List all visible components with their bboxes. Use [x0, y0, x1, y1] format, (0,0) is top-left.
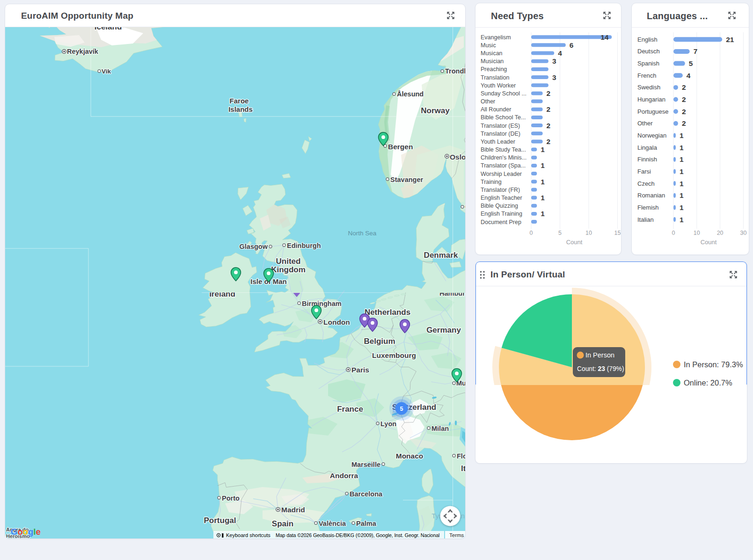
svg-text:Madrid: Madrid — [281, 506, 305, 514]
svg-text:Paris: Paris — [351, 366, 369, 374]
svg-text:Italian: Italian — [637, 216, 654, 223]
svg-text:Porto: Porto — [222, 495, 240, 502]
svg-text:3: 3 — [552, 57, 556, 65]
svg-text:Marseille: Marseille — [351, 461, 380, 468]
svg-text:French: French — [637, 72, 656, 79]
svg-text:2: 2 — [547, 122, 551, 130]
svg-text:United: United — [276, 257, 301, 266]
svg-text:Children's Minis...: Children's Minis... — [481, 154, 526, 161]
svg-text:14: 14 — [600, 33, 609, 41]
svg-text:Bible Study Tea...: Bible Study Tea... — [481, 146, 526, 153]
svg-text:Palma: Palma — [356, 520, 377, 527]
svg-text:Netherlands: Netherlands — [365, 308, 410, 317]
svg-text:Florence: Florence — [457, 452, 466, 460]
svg-text:20: 20 — [717, 230, 724, 236]
svg-text:2: 2 — [682, 119, 686, 127]
svg-text:1: 1 — [680, 155, 684, 163]
svg-text:Swedish: Swedish — [637, 84, 660, 91]
svg-text:Norwegian: Norwegian — [637, 132, 666, 139]
svg-text:5: 5 — [558, 230, 562, 236]
svg-text:Lingala: Lingala — [637, 144, 658, 151]
svg-text:1: 1 — [541, 210, 545, 218]
svg-text:30: 30 — [740, 230, 746, 236]
svg-text:In Person: In Person — [585, 351, 614, 359]
svg-text:Hungarian: Hungarian — [637, 96, 665, 103]
svg-text:Barcelona: Barcelona — [350, 490, 383, 498]
svg-text:2: 2 — [682, 108, 686, 116]
svg-text:Document Prep: Document Prep — [481, 219, 521, 225]
svg-text:Translation: Translation — [481, 74, 509, 81]
svg-text:1: 1 — [680, 144, 684, 152]
svg-text:15: 15 — [614, 230, 621, 236]
svg-text:Deutsch: Deutsch — [637, 48, 660, 55]
svg-text:Glasgow: Glasgow — [240, 243, 268, 250]
svg-text:1: 1 — [680, 180, 684, 188]
svg-text:All Rounder: All Rounder — [481, 106, 511, 113]
svg-text:Bible School Te...: Bible School Te... — [481, 114, 526, 121]
svg-text:Germany: Germany — [426, 326, 461, 335]
svg-text:Andorra: Andorra — [330, 472, 358, 480]
svg-text:5: 5 — [689, 59, 693, 67]
svg-text:Ålesund: Ålesund — [397, 90, 424, 98]
svg-text:Göteborg: Göteborg — [465, 203, 466, 211]
svg-text:Translator (ES): Translator (ES) — [481, 123, 520, 129]
svg-text:Terms: Terms — [449, 532, 464, 538]
svg-text:Iceland: Iceland — [95, 27, 122, 31]
svg-text:Milan: Milan — [431, 425, 449, 432]
svg-text:Worship Leader: Worship Leader — [481, 171, 522, 177]
svg-text:2: 2 — [682, 83, 686, 91]
svg-text:Faroe: Faroe — [230, 97, 249, 105]
svg-text:Other: Other — [481, 98, 495, 105]
svg-text:London: London — [323, 318, 350, 326]
svg-text:Islands: Islands — [228, 105, 253, 113]
svg-text:North Sea: North Sea — [348, 230, 377, 237]
svg-text:Reykjavík: Reykjavík — [67, 48, 99, 55]
svg-text:7: 7 — [694, 47, 698, 55]
svg-text:0: 0 — [672, 230, 675, 236]
svg-text:21: 21 — [726, 36, 734, 44]
svg-text:Oslo: Oslo — [450, 153, 466, 161]
svg-text:Portugal: Portugal — [204, 516, 236, 525]
svg-text:Map data ©2026 GeoBasis-DE/BKG: Map data ©2026 GeoBasis-DE/BKG (©2009), … — [276, 532, 439, 538]
svg-text:1: 1 — [680, 216, 684, 224]
svg-text:1: 1 — [680, 204, 684, 211]
svg-text:Belgium: Belgium — [364, 337, 395, 346]
svg-text:Kingdom: Kingdom — [271, 265, 306, 274]
svg-text:France: France — [337, 405, 363, 414]
svg-text:Czech: Czech — [637, 180, 655, 187]
svg-text:2: 2 — [682, 95, 686, 103]
svg-text:Edinburgh: Edinburgh — [287, 242, 321, 249]
svg-text:1: 1 — [541, 145, 545, 153]
svg-text:Google: Google — [11, 527, 41, 537]
svg-text:Translator (DE): Translator (DE) — [481, 131, 520, 137]
svg-text:Spain: Spain — [272, 519, 293, 528]
svg-text:Online: 20.7%: Online: 20.7% — [684, 378, 732, 387]
svg-text:3: 3 — [552, 73, 556, 81]
svg-text:Stavanger: Stavanger — [390, 176, 423, 183]
svg-text:Translator (FR): Translator (FR) — [481, 187, 520, 193]
svg-text:English: English — [637, 36, 658, 43]
svg-text:Sunday School ...: Sunday School ... — [481, 90, 526, 97]
svg-text:Monaco: Monaco — [396, 452, 424, 460]
svg-text:Training: Training — [481, 179, 502, 185]
svg-text:Luxembourg: Luxembourg — [372, 351, 416, 359]
svg-text:Finnish: Finnish — [637, 156, 657, 163]
svg-text:Other: Other — [637, 120, 653, 127]
svg-text:Trondheim: Trondheim — [445, 67, 466, 75]
svg-text:Youth Leader: Youth Leader — [481, 138, 515, 145]
svg-text:1: 1 — [541, 161, 545, 169]
svg-text:Birmingham: Birmingham — [302, 300, 342, 307]
svg-text:Evangelism: Evangelism — [481, 34, 511, 41]
svg-text:Musican: Musican — [481, 50, 503, 57]
svg-text:Count: Count — [566, 239, 583, 246]
svg-text:Portuguese: Portuguese — [637, 108, 669, 115]
svg-text:Denmark: Denmark — [424, 251, 458, 260]
svg-text:2: 2 — [547, 89, 551, 97]
svg-text:10: 10 — [694, 230, 700, 236]
svg-text:Italy: Italy — [461, 464, 466, 473]
svg-text:10: 10 — [585, 230, 592, 236]
svg-text:2: 2 — [547, 105, 551, 113]
svg-text:Bible Quizzing: Bible Quizzing — [481, 203, 518, 209]
svg-text:Musician: Musician — [481, 58, 504, 65]
svg-text:5: 5 — [400, 406, 403, 412]
